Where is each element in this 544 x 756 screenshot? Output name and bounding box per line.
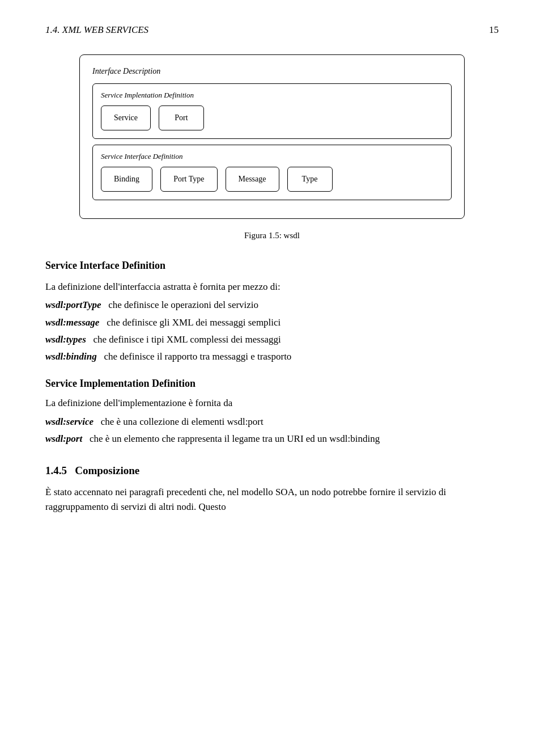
- term-message-desc: che definisce gli XML dei messaggi sempl…: [102, 317, 281, 328]
- port-box: Port: [159, 105, 204, 130]
- term-binding-desc: che definisce il rapporto tra messaggi e…: [99, 351, 291, 362]
- term-service-label: wsdl:service: [45, 416, 94, 427]
- term-message-label: wsdl:message: [45, 317, 99, 328]
- service-impl-intro: La definizione dell'implementazione è fo…: [45, 396, 499, 411]
- porttype-box: Port Type: [160, 167, 217, 192]
- subsection-number: 1.4.5: [45, 464, 67, 476]
- type-box: Type: [287, 167, 333, 192]
- subsection-body: È stato accennato nei paragrafi preceden…: [45, 485, 499, 515]
- term-service-desc: che è una collezione di elementi wsdl:po…: [96, 416, 264, 427]
- figure-caption: Figura 1.5: wsdl: [45, 229, 499, 242]
- page-header: 1.4. XML WEB SERVICES 15: [45, 23, 499, 37]
- interface-definition-box: Service Interface Definition Binding Por…: [92, 145, 452, 200]
- term-porttype: wsdl:portType che definisce le operazion…: [45, 298, 499, 312]
- service-interface-heading: Service Interface Definition: [45, 258, 499, 274]
- service-interface-intro: La definizione dell'interfaccia astratta…: [45, 280, 499, 294]
- impl-box-label: Service Implentation Definition: [101, 90, 443, 101]
- term-types: wsdl:types che definisce i tipi XML comp…: [45, 332, 499, 347]
- service-impl-heading: Service Implementation Definition: [45, 376, 499, 392]
- message-box: Message: [226, 167, 279, 192]
- diagram-outer-label: Interface Description: [92, 65, 452, 78]
- term-message: wsdl:message che definisce gli XML dei m…: [45, 315, 499, 330]
- term-types-desc: che definisce i tipi XML complessi dei m…: [88, 334, 281, 345]
- chapter-title: 1.4. XML WEB SERVICES: [45, 23, 148, 37]
- wsdl-diagram: Interface Description Service Implentati…: [79, 54, 465, 218]
- term-port-label: wsdl:port: [45, 433, 82, 444]
- term-porttype-label: wsdl:portType: [45, 299, 101, 310]
- page-number: 15: [489, 23, 499, 37]
- binding-box: Binding: [101, 167, 152, 192]
- term-porttype-desc: che definisce le operazioni del servizio: [104, 299, 258, 310]
- service-implementation-section: Service Implementation Definition La def…: [45, 376, 499, 447]
- interface-boxes-row: Binding Port Type Message Type: [101, 167, 443, 192]
- subsection-heading: 1.4.5 Composizione: [45, 462, 499, 479]
- term-service: wsdl:service che è una collezione di ele…: [45, 415, 499, 429]
- term-binding-label: wsdl:binding: [45, 351, 97, 362]
- term-port-desc: che è un elemento che rappresenta il leg…: [84, 433, 380, 444]
- subsection-title: Composizione: [75, 464, 139, 476]
- service-interface-section: Service Interface Definition La definizi…: [45, 258, 499, 365]
- interface-box-label: Service Interface Definition: [101, 151, 443, 162]
- term-port: wsdl:port che è un elemento che rapprese…: [45, 432, 499, 446]
- term-types-label: wsdl:types: [45, 334, 86, 345]
- composizione-section: 1.4.5 Composizione È stato accennato nei…: [45, 462, 499, 514]
- impl-boxes-row: Service Port: [101, 105, 443, 130]
- impl-definition-box: Service Implentation Definition Service …: [92, 83, 452, 139]
- term-binding: wsdl:binding che definisce il rapporto t…: [45, 349, 499, 364]
- service-box: Service: [101, 105, 151, 130]
